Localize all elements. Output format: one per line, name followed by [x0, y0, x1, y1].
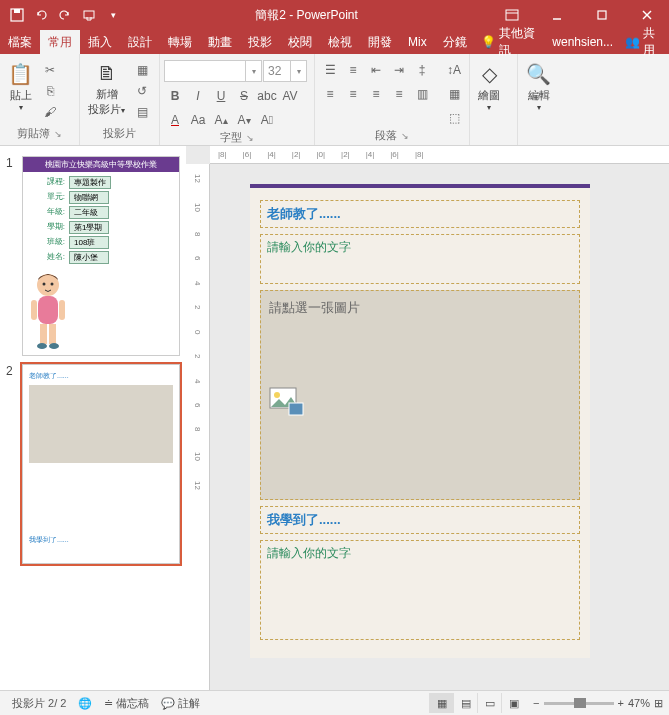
font-launcher[interactable]: ↘	[246, 133, 254, 143]
font-size-input[interactable]	[264, 61, 290, 81]
zoom-in-button[interactable]: +	[618, 697, 624, 709]
slide-counter[interactable]: 投影片 2/ 2	[6, 696, 72, 711]
slides-label: 投影片	[84, 126, 155, 143]
language-button[interactable]: 🌐	[72, 697, 98, 710]
decrease-indent-button[interactable]: ⇤	[365, 60, 387, 80]
tab-view[interactable]: 檢視	[320, 30, 360, 55]
slideshow-view-button[interactable]: ▣	[501, 693, 525, 713]
paragraph-launcher[interactable]: ↘	[401, 131, 409, 141]
account-button[interactable]: wenhsien...	[546, 31, 619, 53]
format-painter-button[interactable]: 🖌	[39, 102, 61, 122]
align-left-button[interactable]: ≡	[319, 84, 341, 104]
italic-button[interactable]: I	[187, 86, 209, 106]
zoom-slider[interactable]	[544, 702, 614, 705]
clipboard-launcher[interactable]: ↘	[54, 129, 62, 139]
tab-storyline[interactable]: 分鏡	[435, 30, 475, 55]
align-center-button[interactable]: ≡	[342, 84, 364, 104]
bold-button[interactable]: B	[164, 86, 186, 106]
text-direction-button[interactable]: ↕A	[443, 60, 465, 80]
reading-view-button[interactable]: ▭	[477, 693, 501, 713]
reset-button[interactable]: ↺	[131, 81, 153, 101]
drawing-button[interactable]: ◇繪圖▾	[474, 60, 504, 114]
sorter-view-button[interactable]: ▤	[453, 693, 477, 713]
zoom-level[interactable]: 47%	[628, 697, 650, 709]
learned-title[interactable]: 我學到了......	[267, 511, 573, 529]
underline-button[interactable]: U	[210, 86, 232, 106]
align-text-button[interactable]: ▦	[443, 84, 465, 104]
layout-button[interactable]: ▦	[131, 60, 153, 80]
image-placeholder[interactable]: 請點選一張圖片	[260, 290, 580, 500]
tab-home[interactable]: 常用	[40, 30, 80, 55]
tab-developer[interactable]: 開發	[360, 30, 400, 55]
shadow-button[interactable]: abc	[256, 86, 278, 106]
new-slide-label2: 投影片	[88, 103, 121, 115]
tab-mix[interactable]: Mix	[400, 31, 435, 53]
justify-button[interactable]: ≡	[388, 84, 410, 104]
slide-page[interactable]: 老師教了...... 請輸入你的文字 請點選一張圖片 我學到了...... 請輸…	[250, 184, 590, 658]
paste-button[interactable]: 📋 貼上 ▾	[4, 60, 37, 114]
fit-to-window-button[interactable]: ⊞	[654, 697, 663, 710]
teacher-section[interactable]: 老師教了......	[260, 200, 580, 228]
tab-design[interactable]: 設計	[120, 30, 160, 55]
smartart-button[interactable]: ⬚	[443, 108, 465, 128]
slide-thumbnail-2[interactable]: 2 老師教了...... 我學到了......	[0, 360, 186, 568]
font-size-combo[interactable]: ▾	[263, 60, 307, 82]
align-right-button[interactable]: ≡	[365, 84, 387, 104]
save-button[interactable]	[6, 4, 28, 26]
teacher-title[interactable]: 老師教了......	[267, 205, 573, 223]
vertical-ruler[interactable]: 12108642024681012	[186, 164, 210, 690]
normal-view-button[interactable]: ▦	[429, 693, 453, 713]
qat-customize-button[interactable]: ▾	[102, 4, 124, 26]
teacher-text-placeholder[interactable]: 請輸入你的文字	[260, 234, 580, 284]
learned-text-placeholder[interactable]: 請輸入你的文字	[260, 540, 580, 640]
bullets-button[interactable]: ☰	[319, 60, 341, 80]
font-family-combo[interactable]: ▾	[164, 60, 262, 82]
char-spacing-button[interactable]: AV	[279, 86, 301, 106]
tab-insert[interactable]: 插入	[80, 30, 120, 55]
redo-button[interactable]	[54, 4, 76, 26]
editing-button[interactable]: 🔍編輯▾	[522, 60, 555, 114]
comments-label: 註解	[178, 696, 200, 711]
notes-button[interactable]: ≐備忘稿	[98, 696, 155, 711]
grow-font-button[interactable]: A▴	[210, 110, 232, 130]
cut-button[interactable]: ✂	[39, 60, 61, 80]
drawing-label: 繪圖	[478, 88, 500, 103]
horizontal-ruler[interactable]: |8||6||4||2||0||2||4||6||8|	[210, 146, 669, 164]
tab-transition[interactable]: 轉場	[160, 30, 200, 55]
picture-icon[interactable]	[269, 387, 571, 417]
section-button[interactable]: ▤	[131, 102, 153, 122]
comments-button[interactable]: 💬註解	[155, 696, 206, 711]
lightbulb-icon: 💡	[481, 35, 496, 49]
line-spacing-button[interactable]: ‡	[411, 60, 433, 80]
slide2-learned: 我學到了......	[29, 535, 69, 545]
slide-canvas[interactable]: 老師教了...... 請輸入你的文字 請點選一張圖片 我學到了...... 請輸…	[210, 164, 669, 690]
start-from-beginning-button[interactable]	[78, 4, 100, 26]
learned-section[interactable]: 我學到了......	[260, 506, 580, 534]
svg-rect-21	[289, 403, 303, 415]
font-label: 字型	[220, 130, 242, 145]
ribbon-tabs: 檔案 常用 插入 設計 轉場 動畫 投影 校閱 檢視 開發 Mix 分鏡 💡其他…	[0, 30, 669, 54]
new-slide-button[interactable]: 🗎 新增 投影片▾	[84, 60, 129, 119]
zoom-out-button[interactable]: −	[533, 697, 539, 709]
change-case-button[interactable]: Aa	[187, 110, 209, 130]
group-paragraph: ☰ ≡ ⇤ ⇥ ‡ ≡ ≡ ≡ ≡ ▥ ↕A ▦ ⬚ 段落	[315, 54, 470, 145]
undo-button[interactable]	[30, 4, 52, 26]
tab-slideshow[interactable]: 投影	[240, 30, 280, 55]
clear-format-button[interactable]: Aͦ	[256, 110, 278, 130]
share-icon: 👥	[625, 35, 640, 49]
font-color-button[interactable]: A	[164, 110, 186, 130]
columns-button[interactable]: ▥	[411, 84, 433, 104]
tab-review[interactable]: 校閱	[280, 30, 320, 55]
notes-label: 備忘稿	[116, 696, 149, 711]
strikethrough-button[interactable]: S	[233, 86, 255, 106]
tab-file[interactable]: 檔案	[0, 30, 40, 55]
share-button[interactable]: 👥共用	[619, 21, 669, 63]
tab-animation[interactable]: 動畫	[200, 30, 240, 55]
shrink-font-button[interactable]: A▾	[233, 110, 255, 130]
slide-panel[interactable]: 1 桃園市立快樂高級中等學校作業 課程:專題製作單元:物聯網年級:二年級學期:第…	[0, 146, 186, 690]
copy-button[interactable]: ⎘	[39, 81, 61, 101]
numbering-button[interactable]: ≡	[342, 60, 364, 80]
increase-indent-button[interactable]: ⇥	[388, 60, 410, 80]
slide-thumbnail-1[interactable]: 1 桃園市立快樂高級中等學校作業 課程:專題製作單元:物聯網年級:二年級學期:第…	[0, 152, 186, 360]
font-family-input[interactable]	[165, 61, 245, 81]
